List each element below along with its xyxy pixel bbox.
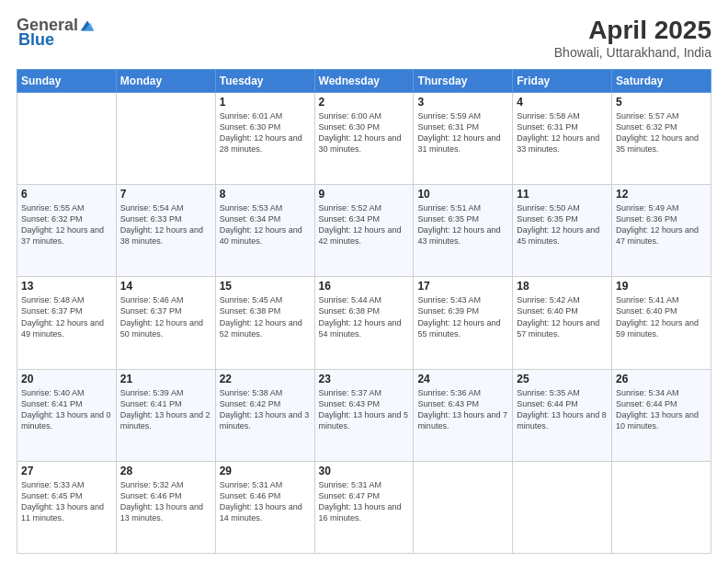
day-number: 2	[319, 96, 410, 109]
day-number: 3	[417, 96, 508, 109]
day-number: 6	[21, 188, 112, 201]
logo-icon	[79, 17, 96, 34]
day-info: Sunrise: 6:00 AMSunset: 6:30 PMDaylight:…	[319, 110, 410, 155]
day-number: 21	[120, 373, 211, 385]
day-number: 7	[120, 188, 211, 201]
calendar-cell: 28Sunrise: 5:32 AMSunset: 6:46 PMDayligh…	[116, 461, 215, 553]
calendar-cell: 9Sunrise: 5:52 AMSunset: 6:34 PMDaylight…	[314, 185, 414, 277]
day-info: Sunrise: 5:31 AMSunset: 6:47 PMDaylight:…	[319, 479, 410, 524]
day-info: Sunrise: 5:55 AMSunset: 6:32 PMDaylight:…	[21, 202, 112, 247]
calendar-cell: 19Sunrise: 5:41 AMSunset: 6:40 PMDayligh…	[612, 277, 711, 369]
calendar-cell: 21Sunrise: 5:39 AMSunset: 6:41 PMDayligh…	[116, 369, 215, 461]
day-number: 20	[21, 373, 112, 385]
calendar-cell	[116, 92, 215, 184]
day-info: Sunrise: 5:49 AMSunset: 6:36 PMDaylight:…	[616, 202, 707, 247]
calendar-cell: 20Sunrise: 5:40 AMSunset: 6:41 PMDayligh…	[17, 369, 117, 461]
logo: General Blue	[17, 17, 99, 50]
day-info: Sunrise: 5:54 AMSunset: 6:33 PMDaylight:…	[120, 202, 211, 247]
calendar-cell	[17, 92, 117, 184]
day-number: 10	[417, 188, 508, 201]
calendar-cell: 2Sunrise: 6:00 AMSunset: 6:30 PMDaylight…	[314, 92, 414, 184]
calendar-cell: 4Sunrise: 5:58 AMSunset: 6:31 PMDaylight…	[513, 92, 612, 184]
calendar-header-row: SundayMondayTuesdayWednesdayThursdayFrid…	[17, 69, 711, 92]
day-header-monday: Monday	[116, 69, 215, 92]
day-info: Sunrise: 5:59 AMSunset: 6:31 PMDaylight:…	[417, 110, 508, 155]
day-number: 28	[120, 465, 211, 477]
day-info: Sunrise: 5:34 AMSunset: 6:44 PMDaylight:…	[616, 387, 707, 432]
day-info: Sunrise: 5:53 AMSunset: 6:34 PMDaylight:…	[220, 202, 311, 247]
day-number: 26	[616, 373, 707, 385]
day-info: Sunrise: 5:35 AMSunset: 6:44 PMDaylight:…	[517, 387, 608, 432]
day-info: Sunrise: 5:40 AMSunset: 6:41 PMDaylight:…	[21, 387, 112, 432]
day-info: Sunrise: 5:58 AMSunset: 6:31 PMDaylight:…	[517, 110, 608, 155]
calendar-cell: 1Sunrise: 6:01 AMSunset: 6:30 PMDaylight…	[215, 92, 314, 184]
day-header-friday: Friday	[513, 69, 612, 92]
day-number: 13	[21, 280, 112, 293]
day-number: 5	[616, 96, 707, 109]
calendar-cell: 8Sunrise: 5:53 AMSunset: 6:34 PMDaylight…	[215, 185, 314, 277]
calendar-cell: 5Sunrise: 5:57 AMSunset: 6:32 PMDaylight…	[612, 92, 711, 184]
day-info: Sunrise: 5:37 AMSunset: 6:43 PMDaylight:…	[319, 387, 410, 432]
day-number: 15	[220, 280, 311, 293]
day-info: Sunrise: 5:52 AMSunset: 6:34 PMDaylight:…	[319, 202, 410, 247]
calendar-week-row: 20Sunrise: 5:40 AMSunset: 6:41 PMDayligh…	[17, 369, 711, 461]
calendar-week-row: 6Sunrise: 5:55 AMSunset: 6:32 PMDaylight…	[17, 185, 711, 277]
page: General Blue April 2025 Bhowali, Uttarak…	[0, 0, 728, 563]
day-info: Sunrise: 5:32 AMSunset: 6:46 PMDaylight:…	[120, 479, 211, 524]
day-info: Sunrise: 5:43 AMSunset: 6:39 PMDaylight:…	[417, 294, 508, 339]
calendar-cell: 3Sunrise: 5:59 AMSunset: 6:31 PMDaylight…	[414, 92, 513, 184]
header: General Blue April 2025 Bhowali, Uttarak…	[17, 17, 711, 60]
calendar-table: SundayMondayTuesdayWednesdayThursdayFrid…	[17, 69, 711, 554]
logo-blue: Blue	[18, 31, 54, 50]
calendar-cell: 17Sunrise: 5:43 AMSunset: 6:39 PMDayligh…	[414, 277, 513, 369]
calendar-cell	[612, 461, 711, 553]
day-number: 16	[319, 280, 410, 293]
calendar-week-row: 1Sunrise: 6:01 AMSunset: 6:30 PMDaylight…	[17, 92, 711, 184]
day-info: Sunrise: 5:38 AMSunset: 6:42 PMDaylight:…	[220, 387, 311, 432]
calendar-cell: 26Sunrise: 5:34 AMSunset: 6:44 PMDayligh…	[612, 369, 711, 461]
month-title: April 2025	[554, 17, 711, 45]
day-header-wednesday: Wednesday	[314, 69, 414, 92]
calendar-cell: 10Sunrise: 5:51 AMSunset: 6:35 PMDayligh…	[414, 185, 513, 277]
calendar-cell: 6Sunrise: 5:55 AMSunset: 6:32 PMDaylight…	[17, 185, 117, 277]
day-number: 19	[616, 280, 707, 293]
day-info: Sunrise: 5:48 AMSunset: 6:37 PMDaylight:…	[21, 294, 112, 339]
day-info: Sunrise: 5:57 AMSunset: 6:32 PMDaylight:…	[616, 110, 707, 155]
day-info: Sunrise: 5:51 AMSunset: 6:35 PMDaylight:…	[417, 202, 508, 247]
calendar-cell: 15Sunrise: 5:45 AMSunset: 6:38 PMDayligh…	[215, 277, 314, 369]
calendar-week-row: 13Sunrise: 5:48 AMSunset: 6:37 PMDayligh…	[17, 277, 711, 369]
calendar-cell: 29Sunrise: 5:31 AMSunset: 6:46 PMDayligh…	[215, 461, 314, 553]
calendar-cell: 13Sunrise: 5:48 AMSunset: 6:37 PMDayligh…	[17, 277, 117, 369]
day-number: 17	[417, 280, 508, 293]
calendar-cell: 12Sunrise: 5:49 AMSunset: 6:36 PMDayligh…	[612, 185, 711, 277]
day-number: 30	[319, 465, 410, 477]
title-area: April 2025 Bhowali, Uttarakhand, India	[554, 17, 711, 60]
day-number: 29	[220, 465, 311, 477]
calendar-cell: 18Sunrise: 5:42 AMSunset: 6:40 PMDayligh…	[513, 277, 612, 369]
day-number: 24	[417, 373, 508, 385]
day-number: 14	[120, 280, 211, 293]
day-number: 23	[319, 373, 410, 385]
day-info: Sunrise: 5:42 AMSunset: 6:40 PMDaylight:…	[517, 294, 608, 339]
day-number: 8	[220, 188, 311, 201]
day-header-saturday: Saturday	[612, 69, 711, 92]
day-info: Sunrise: 5:36 AMSunset: 6:43 PMDaylight:…	[417, 387, 508, 432]
day-info: Sunrise: 5:45 AMSunset: 6:38 PMDaylight:…	[220, 294, 311, 339]
calendar-cell: 24Sunrise: 5:36 AMSunset: 6:43 PMDayligh…	[414, 369, 513, 461]
calendar-cell: 22Sunrise: 5:38 AMSunset: 6:42 PMDayligh…	[215, 369, 314, 461]
calendar-week-row: 27Sunrise: 5:33 AMSunset: 6:45 PMDayligh…	[17, 461, 711, 553]
day-number: 12	[616, 188, 707, 201]
calendar-cell: 14Sunrise: 5:46 AMSunset: 6:37 PMDayligh…	[116, 277, 215, 369]
day-info: Sunrise: 6:01 AMSunset: 6:30 PMDaylight:…	[220, 110, 311, 155]
day-info: Sunrise: 5:44 AMSunset: 6:38 PMDaylight:…	[319, 294, 410, 339]
calendar-cell: 25Sunrise: 5:35 AMSunset: 6:44 PMDayligh…	[513, 369, 612, 461]
calendar-cell	[513, 461, 612, 553]
calendar-cell: 30Sunrise: 5:31 AMSunset: 6:47 PMDayligh…	[314, 461, 414, 553]
calendar-cell: 16Sunrise: 5:44 AMSunset: 6:38 PMDayligh…	[314, 277, 414, 369]
day-info: Sunrise: 5:33 AMSunset: 6:45 PMDaylight:…	[21, 479, 112, 524]
day-info: Sunrise: 5:41 AMSunset: 6:40 PMDaylight:…	[616, 294, 707, 339]
calendar-cell	[414, 461, 513, 553]
day-number: 27	[21, 465, 112, 477]
day-info: Sunrise: 5:46 AMSunset: 6:37 PMDaylight:…	[120, 294, 211, 339]
day-info: Sunrise: 5:31 AMSunset: 6:46 PMDaylight:…	[220, 479, 311, 524]
